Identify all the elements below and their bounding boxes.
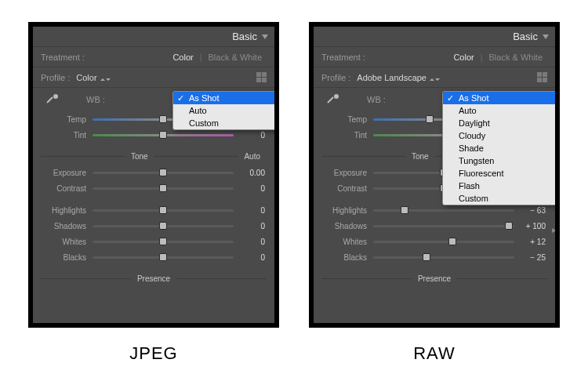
profile-browser-icon[interactable]	[537, 72, 547, 82]
profile-browser-icon[interactable]	[256, 72, 267, 82]
eyedropper-icon[interactable]	[325, 91, 342, 108]
wb-option-shade[interactable]: Shade	[443, 142, 555, 154]
exposure-slider[interactable]	[93, 167, 234, 178]
tint-slider[interactable]	[93, 129, 234, 140]
tint-label: Tint	[314, 131, 373, 140]
blacks-label: Blacks	[33, 253, 93, 262]
wb-option-auto[interactable]: Auto	[173, 104, 274, 117]
treatment-bw[interactable]: Black & White	[204, 51, 267, 64]
profile-label: Profile :	[321, 73, 350, 82]
tint-label: Tint	[33, 131, 93, 140]
presence-title: Presence	[412, 274, 457, 283]
treatment-color[interactable]: Color	[168, 51, 198, 64]
comparison-stage: Basic Treatment : Color | Black & White …	[0, 0, 588, 392]
wb-option-custom[interactable]: Custom	[443, 192, 555, 205]
treatment-row: Treatment : Color | Black & White	[33, 47, 274, 67]
shadows-slider[interactable]	[373, 220, 514, 231]
highlights-value: − 63	[514, 206, 547, 215]
tint-value: 0	[234, 131, 267, 140]
profile-value: Adobe Landscape	[357, 73, 426, 82]
eyedropper-icon[interactable]	[44, 91, 61, 108]
exposure-label: Exposure	[33, 169, 93, 177]
temp-label: Temp	[314, 115, 373, 124]
whites-slider[interactable]	[373, 236, 514, 247]
wb-option-daylight[interactable]: Daylight	[443, 117, 555, 129]
contrast-label: Contrast	[314, 184, 373, 193]
profile-dropdown[interactable]: Color	[76, 73, 110, 82]
whites-slider[interactable]	[93, 236, 234, 247]
exposure-slider-row: Exposure 0.00	[33, 165, 274, 180]
wb-label: WB :	[367, 95, 386, 104]
shadows-slider-row: Shadows + 100	[314, 218, 555, 234]
blacks-slider[interactable]	[373, 252, 514, 263]
shadows-label: Shadows	[314, 222, 373, 230]
updown-icon	[100, 73, 111, 82]
blacks-value: 0	[234, 253, 267, 262]
contrast-value: 0	[234, 184, 267, 193]
wb-dropdown-menu[interactable]: As Shot Auto Custom	[172, 91, 274, 130]
caption-jpeg: JPEG	[28, 343, 279, 364]
panel-title: Basic	[513, 31, 538, 42]
tone-section-header: Tone Auto	[33, 147, 274, 165]
highlights-slider[interactable]	[373, 205, 514, 216]
panel-title: Basic	[232, 31, 257, 42]
next-panel-arrow-icon[interactable]: ▸	[552, 224, 555, 235]
shadows-slider[interactable]	[93, 220, 234, 231]
highlights-slider-row: Highlights 0	[33, 202, 274, 218]
wb-option-fluorescent[interactable]: Fluorescent	[443, 167, 555, 180]
blacks-slider-row: Blacks 0	[33, 249, 274, 265]
whites-value: 0	[234, 238, 267, 246]
profile-value: Color	[76, 73, 96, 82]
tone-title: Tone	[125, 152, 154, 161]
shadows-value: + 100	[514, 222, 547, 230]
treatment-row: Treatment : Color | Black & White	[314, 47, 555, 67]
panel-frame-raw: Basic Treatment : Color | Black & White …	[309, 22, 560, 328]
wb-option-auto[interactable]: Auto	[443, 104, 555, 117]
shadows-value: 0	[234, 222, 267, 230]
wb-dropdown-menu[interactable]: As Shot Auto Daylight Cloudy Shade Tungs…	[442, 91, 555, 205]
presence-section-header: Presence	[33, 270, 274, 287]
presence-section-header: Presence	[314, 270, 555, 287]
updown-icon	[430, 73, 440, 82]
panel-frame-jpeg: Basic Treatment : Color | Black & White …	[28, 22, 279, 328]
wb-option-flash[interactable]: Flash	[443, 180, 555, 192]
wb-option-custom[interactable]: Custom	[173, 117, 274, 129]
treatment-bw[interactable]: Black & White	[485, 51, 547, 64]
tone-auto-button[interactable]: Auto	[238, 152, 267, 161]
contrast-slider-row: Contrast 0	[33, 180, 274, 196]
wb-label: WB :	[86, 95, 105, 104]
wb-option-as-shot[interactable]: As Shot	[173, 92, 274, 104]
presence-title: Presence	[131, 274, 176, 283]
wb-option-tungsten[interactable]: Tungsten	[443, 154, 555, 167]
profile-label: Profile :	[41, 73, 70, 82]
exposure-label: Exposure	[314, 169, 373, 177]
shadows-label: Shadows	[33, 222, 93, 230]
panel-header[interactable]: Basic	[33, 27, 274, 47]
whites-label: Whites	[33, 238, 93, 246]
basic-panel-raw: Basic Treatment : Color | Black & White …	[314, 27, 555, 323]
shadows-slider-row: Shadows 0	[33, 218, 274, 234]
profile-row: Profile : Color	[33, 67, 274, 88]
wb-option-as-shot[interactable]: As Shot	[443, 92, 555, 104]
highlights-label: Highlights	[33, 206, 93, 215]
highlights-label: Highlights	[314, 206, 373, 215]
highlights-value: 0	[234, 206, 267, 215]
exposure-value: 0.00	[234, 169, 267, 177]
whites-label: Whites	[314, 238, 373, 246]
profile-row: Profile : Adobe Landscape	[314, 67, 555, 88]
contrast-label: Contrast	[33, 184, 93, 193]
collapse-icon[interactable]	[262, 34, 268, 39]
panel-header[interactable]: Basic	[314, 27, 555, 47]
blacks-slider-row: Blacks − 25	[314, 249, 555, 265]
contrast-slider[interactable]	[93, 183, 234, 194]
collapse-icon[interactable]	[543, 34, 549, 39]
profile-dropdown[interactable]: Adobe Landscape	[357, 73, 440, 82]
wb-option-cloudy[interactable]: Cloudy	[443, 129, 555, 142]
highlights-slider[interactable]	[93, 205, 234, 216]
whites-slider-row: Whites + 12	[314, 234, 555, 249]
blacks-label: Blacks	[314, 253, 373, 262]
blacks-slider[interactable]	[93, 252, 234, 263]
treatment-color[interactable]: Color	[448, 51, 478, 64]
whites-slider-row: Whites 0	[33, 234, 274, 249]
blacks-value: − 25	[514, 253, 547, 262]
